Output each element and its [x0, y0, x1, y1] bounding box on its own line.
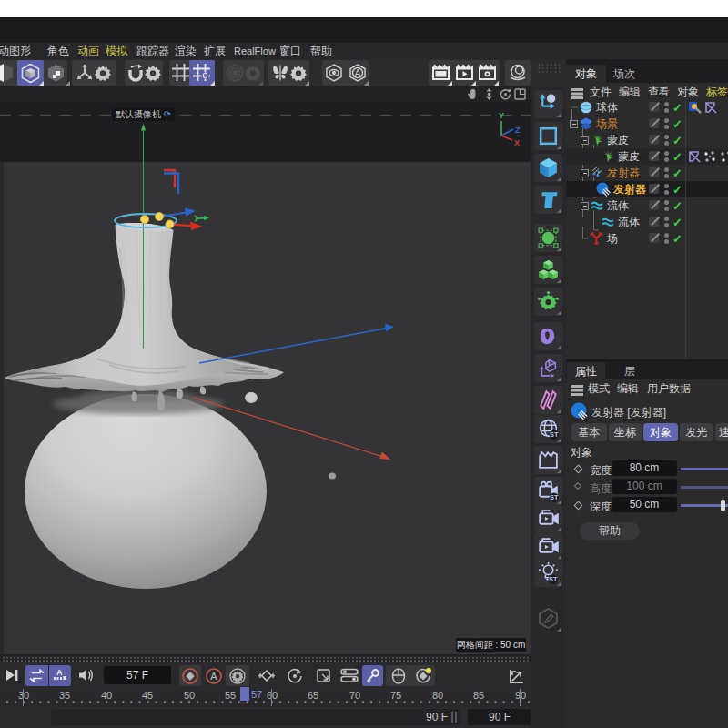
- svg-text:ST: ST: [550, 493, 559, 501]
- svg-text:A: A: [56, 668, 63, 677]
- svg-text:Y: Y: [499, 111, 504, 120]
- svg-text:X: X: [514, 138, 520, 147]
- svg-text:A: A: [210, 671, 217, 682]
- svg-text:ST: ST: [550, 430, 559, 439]
- svg-text:ST: ST: [549, 575, 558, 583]
- svg-text:A: A: [355, 68, 361, 78]
- svg-text:Z: Z: [515, 126, 521, 135]
